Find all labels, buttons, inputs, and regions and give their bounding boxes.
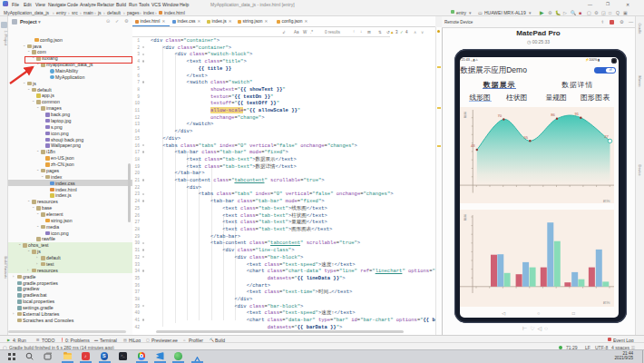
svg-text:速: 速	[463, 214, 467, 218]
svg-text:度: 度	[463, 115, 467, 120]
svg-text:时间: 时间	[603, 300, 610, 305]
svg-text:27: 27	[604, 134, 609, 139]
svg-text:度: 度	[463, 217, 467, 221]
svg-text:时间: 时间	[603, 199, 610, 203]
svg-text:43: 43	[471, 143, 475, 148]
svg-text:55: 55	[523, 135, 528, 140]
svg-text:86: 86	[551, 113, 555, 117]
svg-text:91: 91	[574, 112, 579, 116]
svg-text:70: 70	[497, 113, 502, 118]
svg-text:速: 速	[463, 112, 467, 115]
